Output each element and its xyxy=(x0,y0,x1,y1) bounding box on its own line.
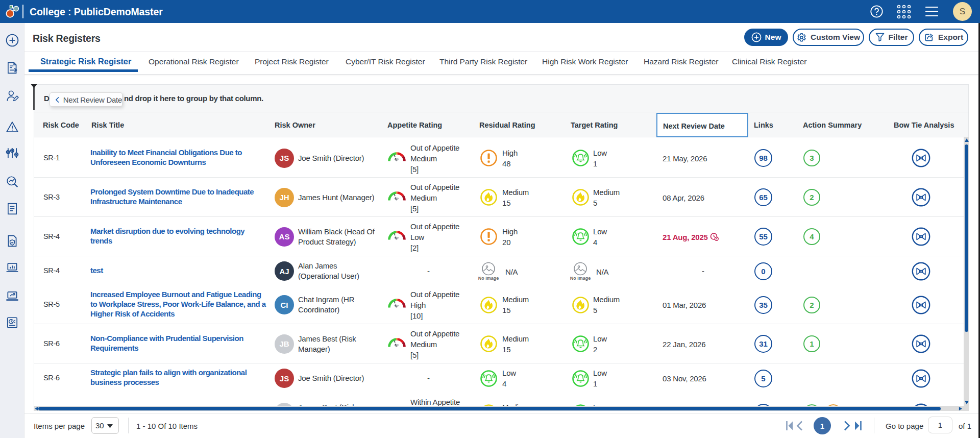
svg-text:No Image: No Image xyxy=(570,276,591,281)
svg-text:No Image: No Image xyxy=(478,276,499,281)
